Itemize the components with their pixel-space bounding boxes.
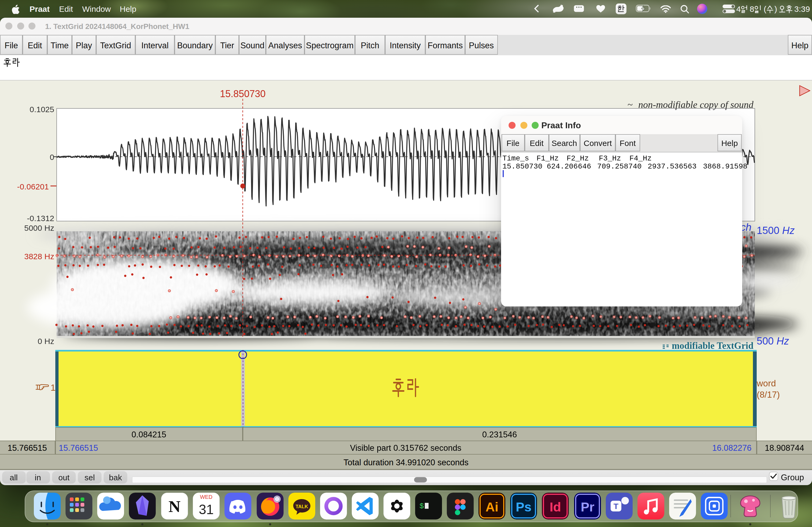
svg-text:Pr: Pr [581, 500, 594, 514]
svg-text:Id: Id [550, 500, 561, 514]
svg-text:31: 31 [199, 502, 214, 517]
svg-text:Ai: Ai [485, 500, 498, 514]
svg-text:T: T [613, 501, 618, 510]
svg-text:$: $ [419, 502, 424, 510]
svg-text:WED: WED [200, 494, 213, 500]
svg-text:TALK: TALK [295, 504, 308, 509]
svg-text:N: N [169, 497, 181, 515]
svg-text:Ps: Ps [516, 500, 532, 514]
